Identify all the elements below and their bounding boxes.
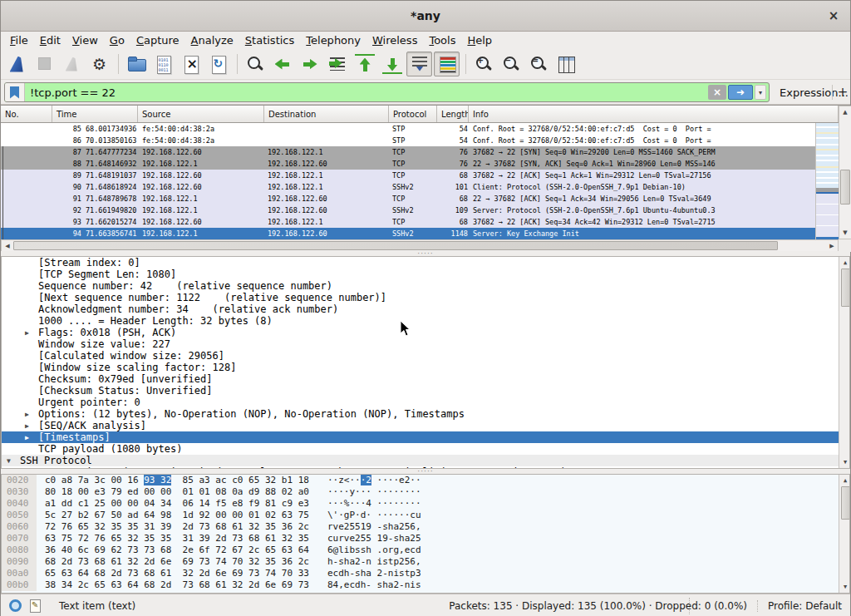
column-header-no[interactable]: No. (1, 106, 52, 122)
auto-scroll-button[interactable] (406, 52, 432, 76)
find-packet-button[interactable] (242, 52, 268, 76)
expander-open-icon[interactable]: ▼ (7, 456, 11, 467)
title-bar[interactable]: *any × (1, 1, 850, 32)
detail-line-17[interactable]: ▼SSH Protocol (2, 455, 849, 466)
capture-comment-icon[interactable] (30, 599, 41, 613)
filter-clear-button[interactable]: × (708, 85, 726, 100)
scroll-down-arrow-icon[interactable]: ▼ (840, 582, 850, 592)
packet-row-89[interactable]: 8971.648191037192.168.122.60192.168.122.… (1, 170, 815, 181)
hex-dump-pane[interactable]: 0020c0 a8 7a 3c 00 16 93 32 85 a3 ac c0 … (1, 474, 850, 594)
detail-line-11[interactable]: [Checksum Status: Unverified] (2, 385, 849, 397)
packet-details-pane[interactable]: [Stream index: 0][TCP Segment Len: 1080]… (1, 256, 850, 469)
menu-item-telephony[interactable]: Telephony (300, 32, 366, 48)
zoom-out-button[interactable]: − (498, 52, 524, 76)
colorize-button[interactable] (434, 52, 460, 76)
hex-row-00b0[interactable]: 00b038 34 2c 65 63 64 68 2d 73 68 61 32 … (2, 579, 849, 591)
go-forward-button[interactable] (297, 52, 322, 76)
go-first-button[interactable] (352, 52, 377, 76)
menu-item-wireless[interactable]: Wireless (366, 32, 423, 48)
packet-row-91[interactable]: 9171.648789678192.168.122.1192.168.122.6… (1, 193, 815, 205)
packet-list-scroll-thumb[interactable] (840, 170, 850, 205)
expander-closed-icon[interactable]: ▶ (25, 409, 29, 421)
detail-line-5[interactable]: 1000 .... = Header Length: 32 bytes (8) (2, 315, 849, 327)
filter-dropdown-button[interactable]: ▾ (755, 85, 766, 100)
file-close-button[interactable] (178, 52, 204, 76)
scroll-up-arrow-icon[interactable]: ▲ (840, 258, 850, 268)
filter-text[interactable]: !tcp.port == 22 (25, 86, 708, 99)
detail-line-12[interactable]: Urgent pointer: 0 (2, 397, 849, 408)
menu-item-go[interactable]: Go (104, 32, 130, 48)
scroll-down-arrow-icon[interactable]: ▼ (840, 228, 850, 238)
menu-item-tools[interactable]: Tools (423, 32, 461, 48)
filter-bookmark-button[interactable] (5, 83, 25, 101)
packet-row-88[interactable]: 8871.648146932192.168.122.1192.168.122.6… (1, 158, 815, 170)
packet-list-header[interactable]: No.TimeSourceDestinationProtocolLengthIn… (1, 106, 839, 123)
hex-row-0090[interactable]: 009068 2d 73 68 61 32 2d 6e 69 73 74 70 … (2, 556, 849, 568)
details-scroll-thumb[interactable] (841, 269, 850, 307)
packet-list-hscroll-thumb[interactable] (13, 241, 778, 250)
packet-row-90[interactable]: 9071.648618924192.168.122.60192.168.122.… (1, 181, 815, 193)
menu-item-edit[interactable]: Edit (34, 32, 66, 48)
column-header-length[interactable]: Length (437, 106, 469, 122)
expander-closed-icon[interactable]: ▶ (25, 328, 29, 339)
detail-line-4[interactable]: Acknowledgment number: 34 (relative ack … (2, 303, 849, 315)
hex-row-0070[interactable]: 007063 75 72 76 65 32 35 35 31 39 2d 73 … (2, 533, 849, 545)
detail-line-9[interactable]: [Window size scaling factor: 128] (2, 362, 849, 373)
file-open-button[interactable] (123, 52, 149, 76)
detail-line-6[interactable]: ▶Flags: 0x018 (PSH, ACK) (2, 327, 849, 338)
menu-item-capture[interactable]: Capture (130, 32, 185, 48)
display-filter-input[interactable]: !tcp.port == 22 × ➜ ▾ (4, 82, 770, 102)
file-save-button[interactable] (150, 52, 176, 76)
detail-line-7[interactable]: Window size value: 227 (2, 338, 849, 350)
go-back-button[interactable] (269, 52, 295, 76)
menu-item-analyze[interactable]: Analyze (185, 32, 239, 48)
resize-columns-button[interactable] (553, 52, 578, 76)
detail-line-0[interactable]: [Stream index: 0] (2, 257, 849, 269)
hex-row-0040[interactable]: 0040a1 dd c1 25 00 00 04 34 06 14 f5 e8 … (2, 498, 849, 510)
scroll-down-arrow-icon[interactable]: ▼ (840, 457, 850, 467)
menu-item-help[interactable]: Help (461, 32, 498, 48)
expander-closed-icon[interactable]: ▶ (25, 421, 29, 432)
go-to-packet-button[interactable] (324, 52, 350, 76)
hex-row-0030[interactable]: 003080 18 00 e3 79 ed 00 00 01 01 08 0a … (2, 486, 849, 498)
details-vertical-scrollbar[interactable]: ▲ ▼ (839, 257, 850, 468)
menu-item-file[interactable]: File (4, 32, 34, 48)
detail-line-15[interactable]: ▶[Timestamps] (2, 431, 849, 443)
hex-vertical-scrollbar[interactable]: ▲ ▼ (839, 475, 850, 593)
scroll-right-arrow-icon[interactable]: ▶ (827, 241, 837, 251)
go-last-button[interactable] (379, 52, 405, 76)
close-button[interactable]: × (825, 7, 842, 24)
packet-list-vertical-scrollbar[interactable]: ▲ ▼ (839, 106, 851, 239)
column-header-destination[interactable]: Destination (264, 106, 389, 122)
hex-row-0080[interactable]: 008036 40 6c 69 62 73 73 68 2e 6f 72 67 … (2, 545, 849, 556)
hex-row-0020[interactable]: 0020c0 a8 7a 3c 00 16 93 32 85 a3 ac c0 … (2, 475, 849, 486)
menu-item-view[interactable]: View (66, 32, 104, 48)
packet-row-86[interactable]: 8670.013850163fe:54:00:d4:38:2aSTP54Conf… (1, 135, 815, 146)
packet-row-92[interactable]: 9271.661949820192.168.122.1192.168.122.6… (1, 205, 815, 216)
detail-line-10[interactable]: Checksum: 0x79ed [unverified] (2, 373, 849, 385)
hex-row-0060[interactable]: 006072 76 65 32 35 35 31 39 2d 73 68 61 … (2, 521, 849, 533)
expert-info-icon[interactable] (9, 599, 22, 612)
scroll-up-arrow-icon[interactable]: ▲ (840, 107, 850, 117)
hex-row-00a0[interactable]: 00a065 63 64 68 2d 73 68 61 32 2d 6e 69 … (2, 568, 849, 579)
zoom-in-button[interactable]: + (470, 52, 496, 76)
detail-line-2[interactable]: Sequence number: 42 (relative sequence n… (2, 280, 849, 292)
menu-item-statistics[interactable]: Statistics (239, 32, 300, 48)
column-header-protocol[interactable]: Protocol (389, 106, 437, 122)
scroll-left-arrow-icon[interactable]: ◀ (2, 241, 12, 251)
detail-line-3[interactable]: [Next sequence number: 1122 (relative se… (2, 292, 849, 303)
detail-line-14[interactable]: ▶[SEQ/ACK analysis] (2, 420, 849, 431)
packet-row-85[interactable]: 8568.001734936fe:54:00:d4:38:2aSTP54Conf… (1, 123, 815, 135)
column-header-info[interactable]: Info (469, 106, 839, 122)
status-profile[interactable]: Profile: Default (758, 600, 842, 612)
filter-apply-button[interactable]: ➜ (728, 85, 753, 100)
intelligent-scrollbar-minimap[interactable] (815, 123, 839, 239)
packet-row-93[interactable]: 9371.662015274192.168.122.60192.168.122.… (1, 216, 815, 228)
packet-row-87[interactable]: 8771.647777234192.168.122.60192.168.122.… (1, 146, 815, 158)
detail-line-16[interactable]: TCP payload (1080 bytes) (2, 443, 849, 455)
capture-options-button[interactable] (86, 52, 112, 76)
file-reload-button[interactable] (205, 52, 231, 76)
detail-line-13[interactable]: ▶Options: (12 bytes), No-Operation (NOP)… (2, 408, 849, 420)
column-header-time[interactable]: Time (52, 106, 138, 122)
hex-row-0050[interactable]: 00505c 27 b2 67 50 ad 64 98 1d 92 00 00 … (2, 510, 849, 521)
